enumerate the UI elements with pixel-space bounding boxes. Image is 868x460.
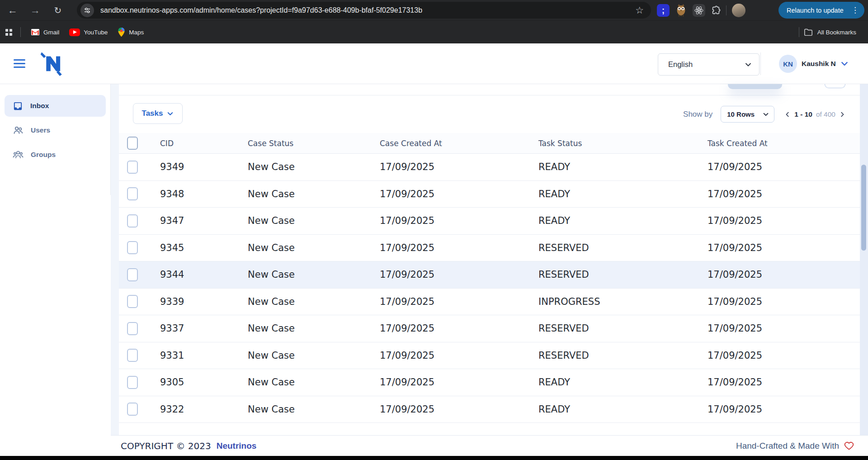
app-header: English KN Kaushik N: [0, 43, 868, 84]
row-checkbox[interactable]: [127, 187, 138, 200]
groups-icon: [13, 149, 24, 160]
tasks-dropdown-button[interactable]: Tasks: [133, 103, 183, 124]
browser-menu-icon[interactable]: ⋮: [851, 5, 859, 15]
table-row[interactable]: 9345 New Case 17/09/2025 RESERVED 17/09/…: [119, 235, 860, 262]
pagination-total: of 400: [816, 110, 835, 119]
language-select[interactable]: English: [658, 53, 760, 76]
pagination-next-icon[interactable]: [839, 111, 845, 118]
table-row[interactable]: 9344 New Case 17/09/2025 RESERVED 17/09/…: [119, 261, 860, 289]
row-checkbox[interactable]: [127, 376, 138, 389]
column-header-cid: CID: [160, 139, 248, 148]
cell-case-status: New Case: [248, 323, 380, 334]
cutoff-secondary-button[interactable]: [825, 84, 845, 88]
row-checkbox[interactable]: [127, 349, 138, 362]
table-row[interactable]: 9349 New Case 17/09/2025 READY 17/09/202…: [119, 154, 860, 181]
browser-forward-button[interactable]: →: [26, 0, 44, 20]
cell-case-created: 17/09/2025: [380, 350, 538, 361]
users-icon: [13, 125, 24, 136]
table-row[interactable]: 9305 New Case 17/09/2025 READY 17/09/202…: [119, 369, 860, 396]
language-value: English: [668, 60, 693, 69]
table-header: CID Case Status Case Created At Task Sta…: [119, 133, 860, 154]
all-bookmarks-button[interactable]: All Bookmarks: [817, 29, 856, 36]
neutrinos-link[interactable]: Neutrinos: [217, 441, 257, 451]
rows-per-page-select[interactable]: 10 Rows: [721, 106, 774, 123]
table-row[interactable]: 9331 New Case 17/09/2025 RESERVED 17/09/…: [119, 342, 860, 370]
sidebar-item-groups[interactable]: Groups: [5, 144, 106, 166]
sidebar-item-users[interactable]: Users: [5, 119, 106, 141]
sidebar-item-inbox[interactable]: Inbox: [5, 95, 106, 117]
cell-task-created: 17/09/2025: [708, 404, 860, 415]
cell-task-status: INPROGRESS: [538, 296, 708, 307]
table-row[interactable]: 9337 New Case 17/09/2025 RESERVED 17/09/…: [119, 315, 860, 342]
chevron-down-icon: [840, 60, 849, 68]
scrollbar-thumb[interactable]: [861, 165, 866, 251]
site-settings-icon[interactable]: [80, 4, 94, 17]
table-body: 9349 New Case 17/09/2025 READY 17/09/202…: [119, 154, 860, 423]
row-checkbox[interactable]: [127, 322, 138, 335]
cell-case-created: 17/09/2025: [380, 215, 538, 226]
scrollbar-track[interactable]: [860, 84, 868, 435]
cell-case-created: 17/09/2025: [380, 161, 538, 172]
cutoff-primary-button[interactable]: [728, 84, 782, 89]
cell-case-status: New Case: [248, 296, 380, 307]
cell-task-created: 17/09/2025: [708, 377, 860, 388]
row-checkbox[interactable]: [127, 214, 138, 228]
cell-task-created: 17/09/2025: [708, 215, 860, 226]
sidebar-item-label: Users: [31, 126, 50, 134]
bookmark-label: Gmail: [43, 29, 59, 36]
extension-owl-icon[interactable]: [675, 4, 687, 17]
cell-task-status: READY: [538, 404, 708, 415]
bookmarks-bar: Gmail YouTube Maps All Bookmarks: [0, 20, 868, 43]
cell-cid: 9322: [160, 404, 248, 415]
hamburger-menu-icon[interactable]: [14, 59, 25, 70]
table-row[interactable]: 9347 New Case 17/09/2025 READY 17/09/202…: [119, 208, 860, 235]
row-checkbox[interactable]: [127, 241, 138, 254]
cell-cid: 9349: [160, 161, 248, 172]
folder-icon: [804, 28, 813, 36]
toolbar-divider: [726, 5, 726, 15]
cell-task-created: 17/09/2025: [708, 269, 860, 280]
browser-profile-avatar[interactable]: [732, 4, 745, 17]
bookmark-label: YouTube: [84, 29, 108, 36]
bookmark-gmail[interactable]: Gmail: [31, 28, 59, 36]
cell-task-status: READY: [538, 377, 708, 388]
bookmarks-divider: [799, 27, 799, 37]
row-checkbox[interactable]: [127, 403, 138, 416]
table-row[interactable]: 9339 New Case 17/09/2025 INPROGRESS 17/0…: [119, 289, 860, 316]
user-name: Kaushik N: [802, 60, 836, 68]
browser-back-button[interactable]: ←: [4, 0, 22, 20]
sidebar-item-label: Inbox: [30, 102, 49, 110]
select-all-checkbox[interactable]: [127, 137, 138, 150]
cell-task-created: 17/09/2025: [708, 350, 860, 361]
row-checkbox[interactable]: [127, 268, 138, 281]
youtube-icon: [69, 28, 80, 36]
user-menu[interactable]: KN Kaushik N: [779, 52, 849, 75]
extension-semicolon-icon[interactable]: ;: [657, 4, 670, 17]
cell-task-created: 17/09/2025: [708, 189, 860, 199]
table-row[interactable]: 9322 New Case 17/09/2025 READY 17/09/202…: [119, 396, 860, 423]
row-checkbox[interactable]: [127, 295, 138, 308]
cell-case-status: New Case: [248, 269, 380, 280]
address-bar[interactable]: sandbox.neutrinos-apps.com/admin/home/ca…: [77, 2, 651, 19]
extension-react-icon[interactable]: [693, 4, 705, 17]
inbox-icon: [13, 101, 23, 111]
tasks-label: Tasks: [142, 109, 163, 118]
cell-case-created: 17/09/2025: [380, 242, 538, 253]
pagination-prev-icon[interactable]: [784, 111, 791, 118]
rows-per-page-value: 10 Rows: [727, 110, 755, 118]
bookmark-youtube[interactable]: YouTube: [69, 28, 108, 36]
relaunch-to-update-button[interactable]: Relaunch to update ⋮: [778, 2, 864, 19]
cell-case-created: 17/09/2025: [380, 269, 538, 280]
cell-task-created: 17/09/2025: [708, 161, 860, 172]
cell-task-status: READY: [538, 189, 708, 199]
table-row[interactable]: 9348 New Case 17/09/2025 READY 17/09/202…: [119, 181, 860, 208]
apps-grid-icon[interactable]: [5, 29, 12, 36]
header-divider: [760, 52, 761, 75]
extensions-puzzle-icon[interactable]: [711, 5, 721, 15]
browser-reload-button[interactable]: ↻: [49, 0, 67, 20]
bookmark-maps[interactable]: Maps: [118, 27, 144, 37]
cell-cid: 9345: [160, 242, 248, 253]
row-checkbox[interactable]: [127, 161, 138, 174]
bookmark-star-icon[interactable]: ☆: [635, 5, 644, 16]
cell-cid: 9337: [160, 323, 248, 334]
